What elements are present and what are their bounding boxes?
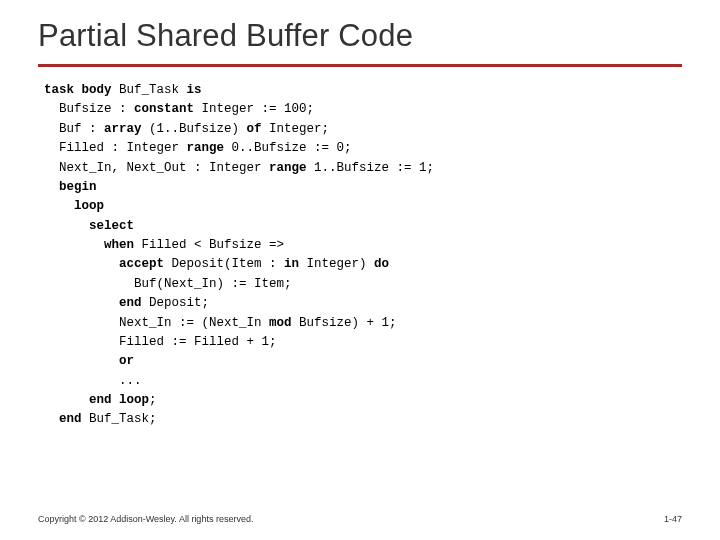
- kw: of: [247, 122, 262, 136]
- kw: is: [187, 83, 202, 97]
- tok: ...: [44, 374, 142, 388]
- kw: do: [374, 257, 389, 271]
- tok: Next_In := (Next_In: [44, 316, 269, 330]
- kw: end: [89, 393, 112, 407]
- kw: constant: [134, 102, 194, 116]
- tok: [44, 238, 104, 252]
- tok: Buf(Next_In) := Item;: [44, 277, 292, 291]
- kw: loop: [119, 393, 149, 407]
- tok: Buf_Task;: [82, 412, 157, 426]
- tok: Deposit;: [142, 296, 210, 310]
- tok: Deposit(Item :: [164, 257, 284, 271]
- tok: Next_In, Next_Out : Integer: [44, 161, 269, 175]
- kw: accept: [119, 257, 164, 271]
- kw: end: [119, 296, 142, 310]
- tok: [44, 257, 119, 271]
- tok: [112, 393, 120, 407]
- tok: 0..Bufsize := 0;: [224, 141, 352, 155]
- tok: [44, 393, 89, 407]
- kw: task body: [44, 83, 112, 97]
- tok: Integer := 100;: [194, 102, 314, 116]
- kw: or: [44, 354, 134, 368]
- kw: in: [284, 257, 299, 271]
- page-title: Partial Shared Buffer Code: [38, 18, 682, 54]
- kw: range: [269, 161, 307, 175]
- copyright-footer: Copyright © 2012 Addison-Wesley. All rig…: [38, 514, 253, 524]
- kw: array: [104, 122, 142, 136]
- tok: Filled : Integer: [44, 141, 187, 155]
- kw: begin: [44, 180, 97, 194]
- tok: (1..Bufsize): [142, 122, 247, 136]
- tok: Bufsize :: [44, 102, 134, 116]
- tok: ;: [149, 393, 157, 407]
- kw: mod: [269, 316, 292, 330]
- tok: Buf_Task: [112, 83, 187, 97]
- tok: 1..Bufsize := 1;: [307, 161, 435, 175]
- kw: range: [187, 141, 225, 155]
- tok: Integer;: [262, 122, 330, 136]
- title-rule: [38, 64, 682, 67]
- kw: loop: [44, 199, 104, 213]
- code-block: task body Buf_Task is Bufsize : constant…: [44, 81, 682, 430]
- tok: [44, 412, 59, 426]
- kw: end: [59, 412, 82, 426]
- kw: select: [44, 219, 134, 233]
- kw: when: [104, 238, 134, 252]
- tok: Integer): [299, 257, 374, 271]
- tok: Filled < Bufsize =>: [134, 238, 284, 252]
- tok: Buf :: [44, 122, 104, 136]
- page-number: 1-47: [664, 514, 682, 524]
- tok: Bufsize) + 1;: [292, 316, 397, 330]
- tok: [44, 296, 119, 310]
- tok: Filled := Filled + 1;: [44, 335, 277, 349]
